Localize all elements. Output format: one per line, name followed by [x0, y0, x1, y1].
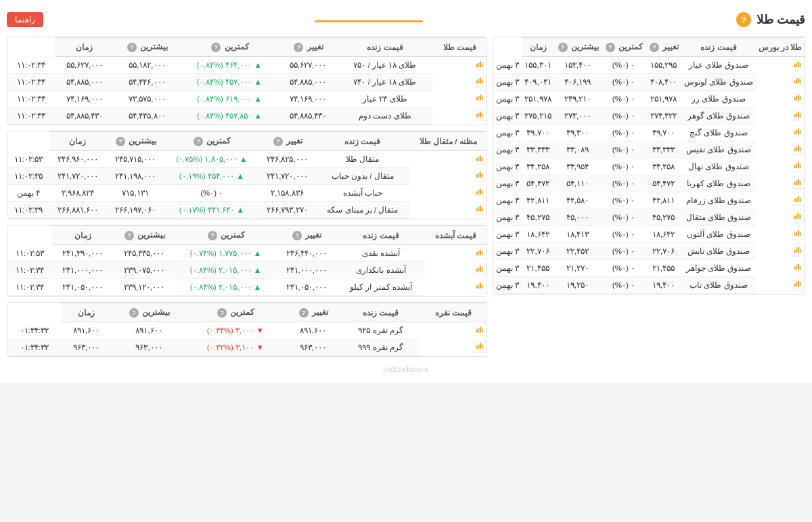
table-row: صندوق طلای نهال ۳۴,۲۵۸ ۰ (%۰) ۳۳,۹۵۴ ۳۴,… — [493, 158, 805, 175]
chart-icon[interactable] — [791, 74, 805, 87]
svg-rect-44 — [794, 250, 796, 253]
chart-icon[interactable] — [791, 175, 805, 189]
chart-icon[interactable] — [791, 57, 805, 70]
svg-rect-107 — [482, 345, 483, 349]
ab-change-help[interactable]: ? — [292, 231, 302, 240]
time-value: ۱۱:۰۲:۳۹ — [7, 202, 49, 219]
fund-time: ۳ بهمن — [493, 125, 522, 142]
svg-rect-48 — [794, 267, 796, 270]
svg-rect-73 — [478, 156, 480, 161]
chart-icon[interactable] — [473, 91, 487, 104]
chart-icon[interactable] — [473, 262, 487, 276]
svg-rect-27 — [800, 164, 801, 168]
sv-change-help[interactable]: ? — [299, 308, 309, 318]
sv-col-live: قیمت زنده — [341, 303, 420, 322]
chart-icon[interactable] — [791, 209, 805, 223]
chart-icon[interactable] — [473, 322, 487, 336]
col-live-price: قیمت زنده — [681, 38, 755, 57]
chart-icon[interactable] — [473, 57, 487, 70]
fund-max: ۱۹,۴۰۰ — [522, 277, 554, 294]
rahnama-button[interactable]: راهنما — [7, 12, 43, 27]
svg-rect-80 — [476, 192, 478, 195]
live-price: ۲۶۶,۷۹۳,۲۷۰ — [258, 202, 315, 219]
chart-icon[interactable] — [791, 158, 805, 172]
ab-col-live: قیمت زنده — [337, 226, 426, 245]
svg-rect-32 — [794, 199, 796, 202]
chart-icon[interactable] — [791, 125, 805, 138]
chart-icon[interactable] — [473, 74, 487, 87]
type-name: آبشده نقدی — [337, 245, 426, 262]
chart-icon[interactable] — [791, 226, 805, 240]
svg-rect-82 — [480, 189, 481, 195]
svg-rect-61 — [478, 79, 480, 84]
fund-change: ۰ (%۰) — [602, 91, 646, 108]
funds-table: طلا در بورس قیمت زنده تغییر ? کمترین ? — [493, 37, 805, 294]
fund-time: ۳ بهمن — [493, 243, 522, 260]
fund-min: ۴۰۶,۱۹۹ — [554, 74, 602, 91]
fund-name: صندوق طلای تاب — [681, 277, 755, 294]
svg-rect-56 — [476, 64, 478, 67]
fund-change: ۰ (%۰) — [602, 209, 646, 226]
max-help-icon[interactable]: ? — [558, 43, 568, 52]
chart-icon[interactable] — [791, 243, 805, 257]
svg-rect-9 — [796, 96, 797, 101]
min-help-icon[interactable]: ? — [606, 43, 615, 52]
table-row: صندوق طلای جواهر ۲۱,۴۵۵ ۰ (%۰) ۲۱,۲۷۰ ۲۱… — [493, 260, 805, 277]
min-value: ۲۳۹,۰۷۵,۰۰۰ — [113, 262, 175, 279]
change-value: ▼ ۳,۰۰۰ (۰.۳۴%) — [186, 322, 284, 339]
svg-rect-24 — [794, 165, 796, 169]
ab-col-change: تغییر ? — [276, 226, 337, 245]
change-help-icon[interactable]: ? — [650, 43, 659, 52]
chart-icon[interactable] — [791, 260, 805, 274]
chart-icon[interactable] — [791, 108, 805, 121]
svg-rect-68 — [476, 114, 478, 118]
chart-icon[interactable] — [473, 185, 487, 198]
gp-max-help[interactable]: ? — [127, 43, 137, 52]
chart-icon[interactable] — [473, 151, 487, 165]
svg-rect-57 — [478, 62, 480, 67]
svg-rect-106 — [480, 343, 481, 349]
gp-change-help[interactable]: ? — [294, 43, 303, 52]
mq-min-help[interactable]: ? — [194, 137, 203, 146]
chart-icon[interactable] — [791, 142, 805, 155]
sv-min-help[interactable]: ? — [217, 308, 227, 318]
gp-min-help[interactable]: ? — [211, 43, 221, 52]
mq-col-max: بیشترین ? — [106, 132, 164, 151]
svg-rect-98 — [480, 283, 481, 289]
svg-rect-79 — [482, 173, 483, 177]
table-row: صندوق طلای زر ۲۵۱,۹۷۸ ۰ (%۰) ۲۴۹,۲۱۰ ۲۵۱… — [493, 91, 805, 108]
table-row: صندوق طلای تابش ۲۲,۷۰۶ ۰ (%۰) ۲۲,۴۵۲ ۲۲,… — [493, 243, 805, 260]
ab-min-help[interactable]: ? — [208, 231, 217, 240]
chart-icon[interactable] — [791, 192, 805, 206]
chart-icon[interactable] — [473, 108, 487, 121]
time-value: ۱۱:۰۲:۳۴ — [7, 57, 55, 74]
svg-rect-74 — [480, 155, 481, 161]
help-icon[interactable]: ? — [736, 12, 751, 27]
right-panel: قیمت طلا قیمت زنده تغییر ? کمترین ? — [7, 37, 487, 362]
svg-rect-45 — [796, 248, 797, 253]
sv-max-help[interactable]: ? — [129, 308, 139, 318]
table-row: صندوق طلای زرفام ۴۲,۸۱۱ ۰ (%۰) ۴۲,۵۸۰ ۴۲… — [493, 192, 805, 209]
chart-icon[interactable] — [473, 168, 487, 181]
chart-icon[interactable] — [791, 277, 805, 290]
svg-rect-39 — [800, 215, 801, 219]
chart-icon[interactable] — [473, 245, 487, 259]
mq-change-help[interactable]: ? — [273, 137, 283, 146]
fund-max: ۲۲,۷۰۶ — [522, 243, 554, 260]
svg-rect-21 — [796, 147, 797, 152]
mq-col-time: زمان — [49, 132, 106, 151]
left-panel: طلا در بورس قیمت زنده تغییر ? کمترین ? — [493, 37, 805, 362]
mq-col-change: تغییر ? — [258, 132, 315, 151]
table-row: حباب آبشده ۲,۱۵۸,۸۳۶ ۰ (%۰) ۷۱۵,۱۳۱ ۲,۹۶… — [7, 185, 487, 202]
chart-icon[interactable] — [473, 339, 487, 353]
chart-icon[interactable] — [473, 202, 487, 215]
min-value: ۷۱۵,۱۳۱ — [106, 185, 164, 202]
ab-max-help[interactable]: ? — [125, 231, 134, 240]
mq-max-help[interactable]: ? — [116, 137, 125, 146]
chart-icon[interactable] — [791, 91, 805, 104]
svg-rect-26 — [798, 162, 799, 169]
chart-icon[interactable] — [473, 279, 487, 292]
svg-rect-35 — [800, 198, 801, 202]
col-max: بیشترین ? — [554, 38, 602, 57]
time-value: ۱۱:۰۲:۳۴ — [7, 279, 52, 296]
